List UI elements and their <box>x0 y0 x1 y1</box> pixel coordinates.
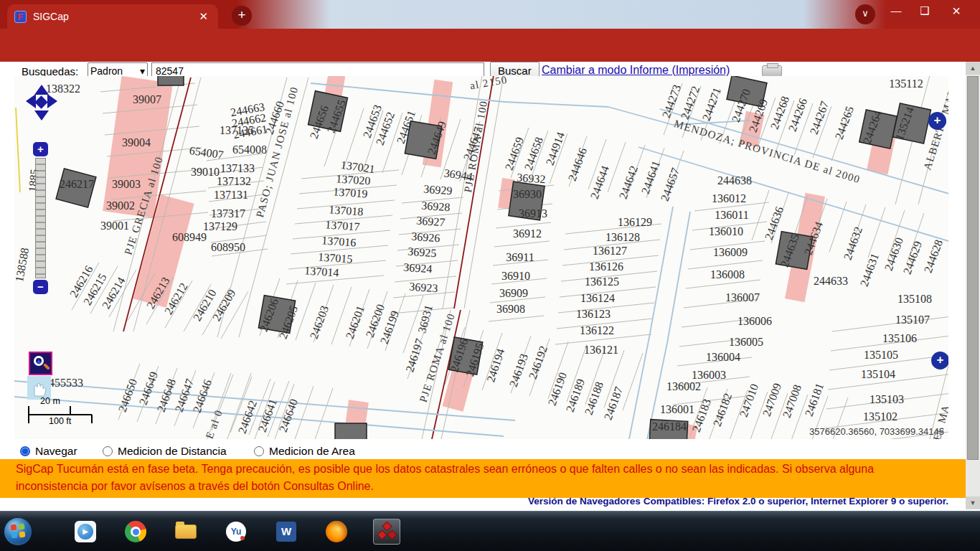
parcel-label: 135105 <box>864 349 898 361</box>
parcel-label: 36912 <box>513 227 542 240</box>
parcel-label: 36930 <box>513 188 542 200</box>
parcel-label: 36925 <box>407 245 437 260</box>
sigcap-favicon-icon: F <box>14 11 27 23</box>
parcel-label: 137014 <box>304 264 339 278</box>
parcel-label: 36910 <box>501 270 530 282</box>
zoom-in-button[interactable]: + <box>33 142 48 156</box>
file-explorer-icon[interactable] <box>172 519 199 545</box>
pan-center-icon[interactable] <box>34 95 47 108</box>
parcel-label: 136012 <box>712 192 746 204</box>
select-arrow-icon: ▾ <box>140 65 145 77</box>
parcel-label: 39001 <box>100 220 129 232</box>
pan-down-icon[interactable] <box>34 110 49 121</box>
parcel-label: 36913 <box>519 207 547 220</box>
map-mode-bar: Navegar Medicion de Distancia Medicion d… <box>0 443 966 460</box>
browser-tab[interactable]: F SIGCap ✕ <box>7 4 218 29</box>
scale-feet-label: 100 ft <box>49 416 71 426</box>
radio-icon[interactable] <box>254 446 264 456</box>
parcel-label: 39007 <box>133 93 161 105</box>
pan-up-icon[interactable] <box>34 85 49 95</box>
parcel-label: 136002 <box>666 380 701 392</box>
informe-link[interactable]: Cambiar a modo Informe (Impresión) <box>542 64 730 77</box>
radio-medicion-area[interactable]: Medicion de Area <box>254 445 355 458</box>
maximize-overlay-plus-icon[interactable]: + <box>928 112 946 130</box>
chrome-icon[interactable] <box>122 519 149 545</box>
parcel-label: 136009 <box>713 246 748 258</box>
media-player-icon[interactable]: ▶ <box>72 519 99 545</box>
parcel-label: 137133 <box>220 162 255 174</box>
parcel-label: 36909 <box>499 287 528 299</box>
maximize-button[interactable]: ❑ <box>913 1 937 20</box>
word-icon[interactable]: W <box>273 519 300 545</box>
firefox-icon[interactable] <box>323 519 350 545</box>
parcel-label: 135108 <box>897 293 932 305</box>
tab-list-chevron-icon[interactable]: ∨ <box>855 4 875 24</box>
parcel-label: 244633 <box>814 275 848 287</box>
yu-app-icon[interactable]: Yu <box>222 519 250 545</box>
map-canvas[interactable]: 1383223900739004390033900239001246217137… <box>14 76 948 439</box>
pan-control[interactable] <box>26 85 57 141</box>
browser-compatibility-note: Versión de Navegadores Compatibles: Fire… <box>0 496 948 507</box>
parcel-label: 36928 <box>421 199 451 214</box>
radio-distancia-label: Medicion de Distancia <box>118 445 227 457</box>
page-scrollbar[interactable]: ▲ ▼ <box>966 62 980 509</box>
parcel-label: 137018 <box>329 203 364 217</box>
parcel-label: 136006 <box>738 315 772 327</box>
sigcap-app-icon[interactable] <box>373 519 400 545</box>
radio-medicion-distancia[interactable]: Medicion de Distancia <box>103 445 227 458</box>
parcel-label: 136123 <box>576 308 611 320</box>
parcel-label: 244638 <box>717 174 752 187</box>
parcel-label: 136011 <box>715 209 748 221</box>
parcel-label: 137317 <box>211 207 245 220</box>
parcel-label: 654008 <box>232 143 267 156</box>
parcel-label: 36911 <box>506 251 534 263</box>
select-value: Padron <box>90 65 123 77</box>
zoom-box-tool[interactable]: + <box>29 352 52 375</box>
maximize-overlay-plus-icon[interactable]: + <box>931 352 948 369</box>
parcel-label: 137017 <box>325 218 360 232</box>
scroll-up-icon[interactable]: ▲ <box>966 62 980 75</box>
parcel-label: 136122 <box>580 324 614 336</box>
scroll-down-icon[interactable]: ▼ <box>966 496 980 509</box>
parcel-label: 136124 <box>580 292 615 304</box>
parcel-label: 135112 <box>889 77 923 90</box>
radio-selected-icon[interactable] <box>20 446 30 456</box>
radio-area-label: Medicion de Area <box>269 445 355 457</box>
close-tab-icon[interactable]: ✕ <box>196 10 211 23</box>
parcel-label: 39002 <box>106 199 135 212</box>
scale-bar: 20 m 100 ft <box>27 397 96 429</box>
parcel-label: 135103 <box>870 393 904 405</box>
parcel-label: 137015 <box>318 250 353 265</box>
parcel-label: 136007 <box>725 291 760 303</box>
parcel-label: 137019 <box>333 185 368 199</box>
zoom-slider[interactable] <box>35 158 46 278</box>
printer-icon <box>762 65 782 77</box>
cadastral-map: 1383223900739004390033900239001246217137… <box>14 76 948 439</box>
tab-title: SIGCap <box>33 11 196 22</box>
parcel-label: 455533 <box>49 377 83 389</box>
scrollbar-thumb[interactable] <box>967 76 979 460</box>
radio-navegar-label: Navegar <box>35 445 77 457</box>
minimize-button[interactable]: — <box>884 1 908 20</box>
parcel-label: 36932 <box>517 171 546 186</box>
parcel-label: 135106 <box>882 332 917 344</box>
selected-parcel-rect <box>158 76 184 85</box>
parcel-label: 135107 <box>895 314 930 326</box>
radio-icon[interactable] <box>103 446 113 456</box>
magnifier-handle-icon <box>43 363 50 370</box>
parcel-label: 36923 <box>409 281 438 295</box>
start-button[interactable] <box>4 518 32 545</box>
parcel-label: 608950 <box>211 241 245 253</box>
scale-meters-label: 20 m <box>40 396 60 406</box>
parcel-label: 39003 <box>112 178 141 190</box>
parcel-label: 135104 <box>861 368 895 380</box>
close-window-button[interactable]: × <box>944 1 969 20</box>
pan-right-icon[interactable] <box>47 94 57 108</box>
parcel-label: 36929 <box>423 183 453 197</box>
parcel-label: 136003 <box>692 369 726 381</box>
parcel-label: 136121 <box>584 344 618 356</box>
zoom-out-button[interactable]: − <box>33 280 48 294</box>
radio-navegar[interactable]: Navegar <box>20 445 77 458</box>
parcel-label: 246184 <box>652 420 687 433</box>
new-tab-button[interactable]: + <box>232 6 252 26</box>
